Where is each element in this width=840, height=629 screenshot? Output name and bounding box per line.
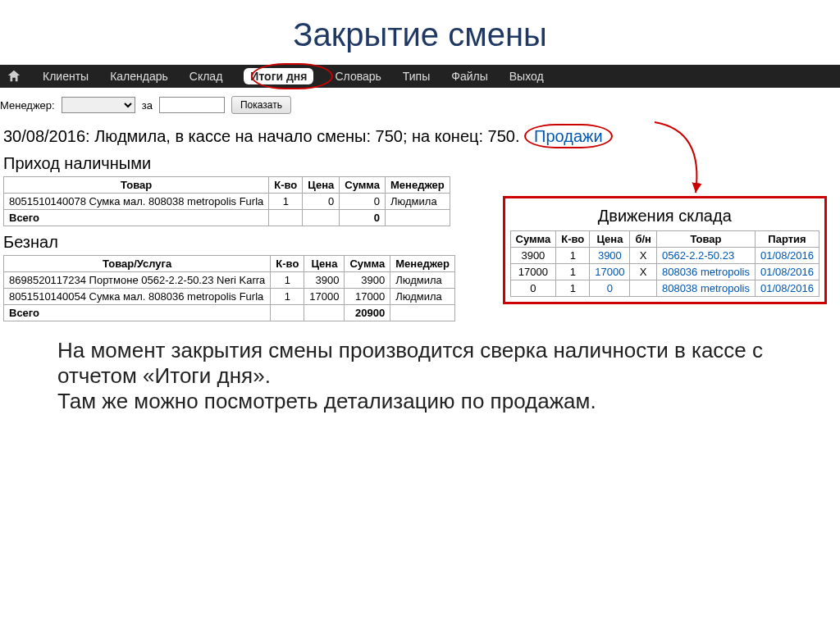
nav-item-exit[interactable]: Выход	[509, 70, 544, 83]
filter-row: Менеджер: за Показать	[0, 88, 840, 122]
cash-header-manager: Менеджер	[386, 177, 450, 194]
navbar: Клиенты Календарь Склад Итоги дня Словар…	[0, 65, 840, 88]
manager-label: Менеджер:	[0, 99, 55, 112]
cashless-header-sum: Сумма	[345, 256, 390, 272]
description: На момент закрытия смены производится св…	[0, 321, 840, 423]
table-row: 17000 1 17000 X 808036 metropolis 01/08/…	[510, 264, 819, 280]
cash-header-product: Товар	[4, 177, 269, 194]
home-icon[interactable]	[7, 69, 21, 84]
cashless-header-manager: Менеджер	[390, 256, 455, 272]
table-total-row: Всего 0	[4, 210, 450, 226]
slide-title: Закрытие смены	[0, 16, 840, 53]
nav-item-day-results[interactable]: Итоги дня	[244, 68, 313, 84]
cash-header-qty: К-во	[269, 177, 303, 194]
table-row: 8698520117234 Портмоне 0562-2.2-50.23 Ne…	[4, 272, 455, 289]
table-total-row: Всего 20900	[4, 305, 455, 321]
nav-item-dictionary[interactable]: Словарь	[335, 70, 381, 83]
table-row: 8051510140054 Сумка мал. 808036 metropol…	[4, 289, 455, 305]
description-p2: Там же можно посмотреть детализацию по п…	[57, 389, 783, 414]
sales-link[interactable]: Продажи	[524, 124, 613, 148]
description-p1: На момент закрытия смены производится св…	[57, 338, 783, 389]
table-row: 0 1 0 808038 metropolis 01/08/2016	[510, 280, 819, 297]
table-row: 3900 1 3900 X 0562-2.2-50.23 01/08/2016	[510, 248, 819, 264]
status-line: 30/08/2016: Людмила, в кассе на начало с…	[3, 127, 837, 146]
warehouse-table: Сумма К-во Цена б/н Товар Партия 3900 1 …	[510, 230, 819, 297]
cashless-table: Товар/Услуга К-во Цена Сумма Менеджер 86…	[3, 255, 455, 321]
manager-select[interactable]	[62, 97, 135, 113]
show-button[interactable]: Показать	[231, 96, 291, 114]
cash-table: Товар К-во Цена Сумма Менеджер 805151014…	[3, 176, 450, 226]
nav-item-calendar[interactable]: Календарь	[110, 70, 168, 83]
cash-header-sum: Сумма	[340, 177, 386, 194]
nav-item-clients[interactable]: Клиенты	[43, 70, 89, 83]
table-row: 8051510140078 Сумка мал. 808038 metropol…	[4, 194, 450, 210]
warehouse-title: Движения склада	[510, 207, 819, 226]
za-label: за	[142, 99, 153, 112]
cashless-header-product: Товар/Услуга	[4, 256, 271, 272]
date-input[interactable]	[159, 97, 225, 113]
nav-item-warehouse[interactable]: Склад	[189, 70, 223, 83]
cash-header-price: Цена	[303, 177, 340, 194]
nav-item-types[interactable]: Типы	[403, 70, 430, 83]
warehouse-panel: Движения склада Сумма К-во Цена б/н Това…	[503, 196, 827, 304]
status-text: 30/08/2016: Людмила, в кассе на начало с…	[3, 127, 520, 145]
cash-title: Приход наличными	[3, 154, 837, 173]
nav-item-files[interactable]: Файлы	[451, 70, 487, 83]
cashless-header-qty: К-во	[271, 256, 304, 272]
cashless-header-price: Цена	[304, 256, 345, 272]
